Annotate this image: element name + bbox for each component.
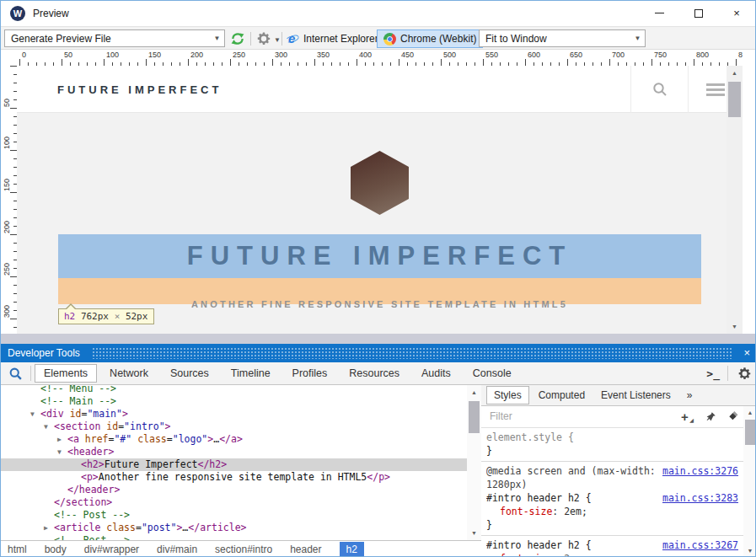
tree-row[interactable]: </header> [1,484,467,496]
gear-icon[interactable] [256,31,271,46]
tree-row[interactable]: ▼<header> [1,446,467,458]
devtools-tab-network[interactable]: Network [100,364,158,383]
ruler-label: 0 [22,51,26,59]
styles-filter-row: +◢ [481,406,756,428]
style-rule-block: main.css:3267#intro header h2 {font-size… [481,536,743,557]
breadcrumb-item-header[interactable]: header [290,544,321,555]
devtools-tab-sources[interactable]: Sources [161,364,218,383]
collapse-arrow-icon[interactable]: ▼ [57,446,62,458]
expand-arrow-icon[interactable]: ▶ [57,433,62,446]
ruler-label: 150 [3,173,12,191]
breadcrumb-item-html[interactable]: html [8,544,27,555]
breadcrumb-item-body[interactable]: body [45,544,67,555]
minimize-icon [655,13,664,13]
tree-scrollbar[interactable]: ▲ ▼ [467,385,481,540]
styles-tab-event-listeners[interactable]: Event Listeners [594,387,678,404]
devtools-title: Developer Tools [8,347,80,359]
tree-row[interactable]: <h2>Future Imperfect</h2> [1,458,467,471]
pin-icon[interactable] [705,411,716,422]
styles-filter-input[interactable] [488,410,631,423]
tree-row[interactable]: <!-- Post --> [1,534,467,540]
new-style-rule-icon[interactable]: +◢ [681,410,689,424]
collapse-arrow-icon[interactable]: ▼ [30,408,35,420]
internet-explorer-button[interactable]: e Internet Explorer [280,29,384,48]
styles-scrollbar[interactable]: ▲ ▼ [743,406,756,557]
element-states-icon[interactable] [728,411,739,422]
tree-row[interactable]: <!-- Main --> [1,395,467,408]
stylesheet-link[interactable]: main.css:3283 [662,491,738,505]
ruler-tick [10,276,17,277]
tree-row[interactable]: ▶<article class="post">…</article> [1,522,467,534]
stylesheet-link[interactable]: main.css:3276 [662,464,738,478]
site-search-button[interactable] [630,66,688,113]
generate-preview-combo[interactable]: Generate Preview File ▼ [4,29,225,47]
tree-row[interactable]: <!-- Post --> [1,509,467,522]
tree-row[interactable]: </section> [1,496,467,509]
devtools-close-icon[interactable]: × [743,346,750,359]
scroll-down-icon[interactable]: ▼ [727,319,743,334]
tree-row[interactable]: <!-- Menu --> [1,385,467,395]
devtools-titlebar-pattern [92,347,733,359]
devtools-tab-elements[interactable]: Elements [35,364,97,383]
scroll-down-icon[interactable]: ▼ [743,544,756,557]
zoom-combo-label: Fit to Window [485,33,547,45]
devtools-tab-console[interactable]: Console [464,364,521,383]
scroll-up-icon[interactable]: ▲ [467,385,481,399]
tree-row[interactable]: ▼<section id="intro"> [1,420,467,433]
ruler-label: 400 [359,51,372,59]
style-rule-line[interactable]: font-size: 2em; [486,552,738,557]
scrollbar-thumb[interactable] [469,401,480,433]
refresh-icon[interactable] [230,31,245,46]
devtools-tab-audits[interactable]: Audits [412,364,460,383]
devtools-tab-profiles[interactable]: Profiles [283,364,337,383]
chevron-down-icon[interactable]: ▼ [210,30,224,46]
devtools-tab-timeline[interactable]: Timeline [222,364,280,383]
breadcrumb-item-h2[interactable]: h2 [340,542,364,557]
page-scrollbar-horizontal[interactable] [1,334,756,344]
style-rule-line[interactable]: } [486,518,738,532]
breadcrumb-item-div-wrapper[interactable]: div#wrapper [84,544,139,555]
minimize-button[interactable] [645,1,673,25]
collapse-arrow-icon[interactable]: ▼ [44,420,48,433]
inspect-element-icon[interactable] [8,367,23,381]
toggle-console-icon[interactable]: >_ [706,367,720,380]
devtools-tab-resources[interactable]: Resources [340,364,409,383]
styles-tab-computed[interactable]: Computed [532,387,592,404]
chrome-webkit-button[interactable]: Chrome (Webkit) [377,29,483,48]
breadcrumb-item-section-intro[interactable]: section#intro [215,544,272,555]
ruler-label: 750 [654,51,667,59]
styles-tab-styles[interactable]: Styles [486,386,529,404]
scroll-down-icon[interactable]: ▼ [467,526,481,540]
close-button[interactable]: × [722,1,751,25]
scrollbar-thumb[interactable] [745,420,755,445]
tree-row[interactable]: <p>Another fine responsive site template… [1,471,467,484]
expand-arrow-icon[interactable]: ▶ [44,522,48,534]
style-rule-line[interactable]: main.css:3276@media screen and (max-widt… [486,464,738,491]
scroll-up-icon[interactable]: ▲ [727,66,743,80]
styles-tab--[interactable]: » [680,387,700,404]
style-rule-line[interactable]: } [486,444,738,458]
site-brand[interactable]: FUTURE IMPERFECT [57,83,222,96]
chevron-down-icon[interactable]: ▼ [630,30,645,46]
style-rule-line[interactable]: main.css:3267#intro header h2 { [486,538,738,552]
ruler-label: 500 [443,51,456,59]
tree-row[interactable]: ▼<div id="main"> [1,408,467,420]
maximize-button[interactable] [684,1,713,25]
style-rule-line[interactable]: font-size: 2em; [486,505,738,518]
ruler-label: 800 [696,51,709,59]
site-logo-hexagon[interactable] [351,151,409,215]
ruler-tick [146,59,147,66]
style-rule-line[interactable]: main.css:3283#intro header h2 { [486,491,738,505]
stylesheet-link[interactable]: main.css:3267 [662,538,738,552]
page-scrollbar-vertical[interactable]: ▲ ▼ [727,66,743,334]
scroll-up-icon[interactable]: ▲ [743,406,756,419]
scrollbar-thumb[interactable] [728,82,741,117]
tooltip-height: 52px [126,311,148,322]
ruler-tick [272,59,273,66]
tree-row[interactable]: ▶<a href="#" class="logo">…</a> [1,433,467,446]
breadcrumb-item-div-main[interactable]: div#main [157,544,197,555]
zoom-combo[interactable]: Fit to Window ▼ [479,29,646,47]
devtools-titlebar: Developer Tools × [1,344,756,362]
devtools-settings-gear-icon[interactable] [737,367,752,381]
style-rule-line[interactable]: element.style { [486,431,738,444]
